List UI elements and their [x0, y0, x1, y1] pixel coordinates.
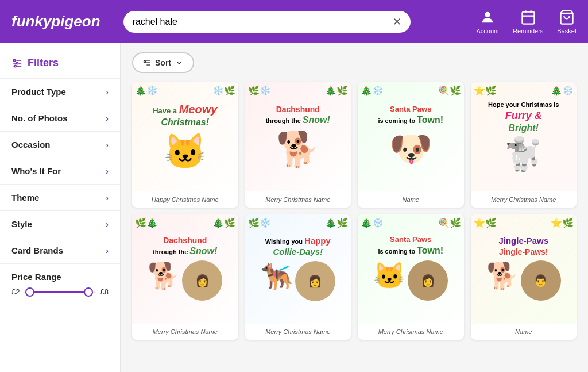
main-layout: Filters Product Type › No. of Photos › O…	[0, 43, 588, 372]
price-min: £2	[11, 287, 20, 296]
card-label-3: Name	[358, 191, 464, 208]
decorations-right: 🍭🌿	[438, 85, 461, 96]
chevron-right-icon: ›	[106, 87, 109, 97]
price-range-filter: Price Range £2 £8	[0, 263, 120, 304]
card-label-7: Merry Christmas Name	[358, 324, 464, 340]
decorations-right: 🎄🌿	[212, 217, 235, 228]
card-photo-area-7: 🐱 👩	[373, 260, 448, 303]
filter-theme-label: Theme	[11, 193, 39, 202]
card-image: 🌿🎄 🎄🌿 Dachshund through the Snow! 🐕 👩	[132, 214, 238, 324]
decorations-right: ⭐🌿	[551, 217, 574, 228]
product-grid: 🎄❄️ ❄️🌿 Have a Meowy Christmas! 🐱 Happy …	[132, 82, 577, 340]
header-icons: Account Reminders Basket	[476, 9, 577, 34]
filter-no-of-photos[interactable]: No. of Photos ›	[0, 105, 120, 131]
card-image: 🌿❄️ 🎄🌿 Wishing you Happy Collie-Days! 🐕‍…	[245, 214, 351, 324]
card-bg: ⭐🌿 ⭐🌿 Jingle-Paws Jingle-Paws! 🐕 👨	[471, 214, 577, 324]
card-photo-area-5: 🐕 👩	[148, 260, 222, 303]
reminders-button[interactable]: Reminders	[513, 9, 543, 34]
filter-occasion-label: Occasion	[11, 140, 51, 149]
svg-point-0	[485, 11, 490, 17]
product-card[interactable]: 🌿❄️ 🎄🌿 Dachshund through the Snow! 🐕 Mer…	[245, 82, 351, 208]
card-animal-4: 🐩	[504, 136, 543, 173]
product-card[interactable]: 🎄❄️ 🍭🌿 Santa Paws is coming to Town! 🐱 👩	[358, 214, 464, 340]
price-range-slider[interactable]	[24, 291, 95, 293]
product-card[interactable]: ⭐🌿 ⭐🌿 Jingle-Paws Jingle-Paws! 🐕 👨	[471, 214, 577, 340]
search-input[interactable]	[133, 17, 388, 27]
svg-point-6	[13, 59, 15, 61]
card-photo-area-8: 🐕 👨	[486, 260, 561, 303]
clear-search-button[interactable]: ✕	[393, 16, 401, 28]
basket-label: Basket	[557, 28, 577, 34]
filter-product-type-label: Product Type	[11, 87, 66, 97]
filters-icon	[11, 57, 23, 69]
filter-no-of-photos-label: No. of Photos	[11, 113, 68, 123]
filters-header: Filters	[0, 52, 120, 78]
sidebar: Filters Product Type › No. of Photos › O…	[0, 43, 121, 372]
filter-theme[interactable]: Theme ›	[0, 184, 120, 210]
reminders-icon	[520, 9, 536, 25]
filter-style[interactable]: Style ›	[0, 210, 120, 237]
card-image: ⭐🌿 🎄❄️ Hope your Christmas is Furry & Br…	[471, 82, 577, 191]
decorations-left: ⭐🌿	[474, 85, 497, 96]
chevron-right-icon: ›	[106, 114, 109, 123]
sort-button[interactable]: Sort	[132, 52, 194, 73]
chevron-right-icon: ›	[106, 140, 109, 149]
card-title-6: Wishing you Happy Collie-Days!	[265, 235, 331, 258]
card-bg: 🎄❄️ ❄️🌿 Have a Meowy Christmas! 🐱	[132, 82, 238, 191]
filter-card-brands[interactable]: Card Brands ›	[0, 237, 120, 263]
card-title-3: Santa Paws is coming to Town!	[378, 105, 443, 126]
account-icon	[479, 9, 496, 25]
product-card[interactable]: 🎄❄️ 🍭🌿 Santa Paws is coming to Town! 🐶 N…	[358, 82, 464, 208]
svg-point-11	[14, 65, 16, 67]
photo-circle: 👩	[182, 260, 222, 301]
card-animal-3: 🐶	[389, 128, 432, 169]
sort-icon	[142, 58, 152, 67]
filter-product-type[interactable]: Product Type ›	[0, 78, 120, 105]
card-label-5: Merry Christmas Name	[132, 324, 238, 340]
card-bg: 🎄❄️ 🍭🌿 Santa Paws is coming to Town! 🐱 👩	[358, 214, 464, 324]
price-range-label: Price Range	[11, 272, 109, 282]
decorations-right: 🎄🌿	[325, 217, 348, 228]
decorations-left: 🎄❄️	[361, 217, 384, 228]
product-card[interactable]: 🌿❄️ 🎄🌿 Wishing you Happy Collie-Days! 🐕‍…	[245, 214, 351, 340]
slider-thumb-left[interactable]	[25, 287, 34, 297]
logo[interactable]: funkypigeon	[11, 13, 100, 30]
card-animal-2: 🐕	[276, 129, 319, 170]
decorations-right: 🎄❄️	[551, 85, 574, 96]
account-label: Account	[476, 28, 499, 34]
decorations-right: 🎄🌿	[325, 85, 348, 96]
filter-style-label: Style	[11, 219, 32, 229]
filter-card-brands-label: Card Brands	[11, 246, 63, 255]
svg-rect-1	[522, 11, 534, 24]
product-card[interactable]: 🎄❄️ ❄️🌿 Have a Meowy Christmas! 🐱 Happy …	[132, 82, 238, 208]
card-bg: ⭐🌿 🎄❄️ Hope your Christmas is Furry & Br…	[471, 82, 577, 191]
filter-occasion[interactable]: Occasion ›	[0, 131, 120, 158]
filter-whos-it-for[interactable]: Who's It For ›	[0, 158, 120, 184]
product-card[interactable]: ⭐🌿 🎄❄️ Hope your Christmas is Furry & Br…	[471, 82, 577, 208]
content-area: Sort 🎄❄️ ❄️🌿 Have a Meowy Christmas!	[121, 43, 588, 372]
sort-label: Sort	[155, 58, 171, 67]
photo-circle: 👨	[521, 260, 561, 301]
card-label-6: Merry Christmas Name	[245, 324, 351, 340]
photo-circle: 👩	[408, 260, 448, 301]
card-title-4: Hope your Christmas is Furry & Bright!	[488, 101, 559, 134]
svg-point-8	[16, 62, 18, 64]
card-bg: 🌿❄️ 🎄🌿 Wishing you Happy Collie-Days! 🐕‍…	[245, 214, 351, 324]
card-image: 🌿❄️ 🎄🌿 Dachshund through the Snow! 🐕	[245, 82, 351, 191]
basket-icon	[559, 9, 575, 25]
card-title-7: Santa Paws is coming to Town!	[378, 235, 443, 257]
card-image: ⭐🌿 ⭐🌿 Jingle-Paws Jingle-Paws! 🐕 👨	[471, 214, 577, 324]
search-bar: ✕	[123, 11, 411, 33]
card-title-5: Dachshund through the Snow!	[153, 235, 217, 258]
decorations-left: 🌿❄️	[248, 85, 271, 96]
card-label-8: Name	[471, 324, 577, 340]
toolbar: Sort	[132, 52, 577, 73]
filters-title: Filters	[28, 57, 59, 69]
product-card[interactable]: 🌿🎄 🎄🌿 Dachshund through the Snow! 🐕 👩	[132, 214, 238, 340]
account-button[interactable]: Account	[476, 9, 499, 34]
slider-thumb-right[interactable]	[84, 287, 93, 297]
decorations-right: ❄️🌿	[212, 85, 235, 96]
chevron-right-icon: ›	[106, 167, 109, 176]
decorations-left: 🎄❄️	[135, 85, 158, 96]
basket-button[interactable]: Basket	[557, 9, 577, 34]
